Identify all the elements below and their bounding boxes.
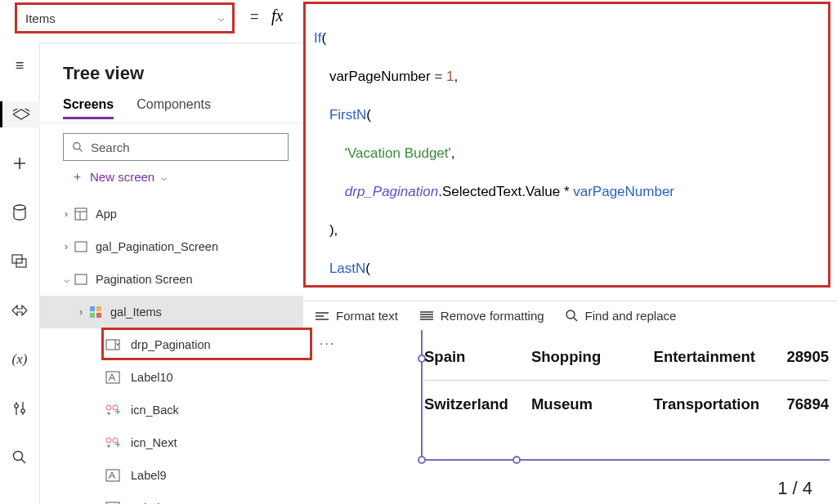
tree-item-label9[interactable]: Label9 [40, 459, 303, 492]
formula-token: = [434, 69, 442, 84]
formula-token: , [334, 222, 338, 238]
formula-token: varPageNumber [314, 69, 434, 84]
tree-search-input[interactable]: Search [63, 133, 289, 161]
formula-toolbar: Format text Remove formatting Find and r… [303, 301, 837, 330]
tree-tabs: Screens Components [40, 97, 303, 123]
cell-country: Switzerland [424, 395, 531, 413]
tree-item-drp-pagination[interactable]: drp_Pagination [40, 328, 303, 361]
tree-list: › App › gal_Pagination_Screen ⌵ Paginati… [40, 198, 303, 504]
screen-icon [73, 274, 89, 285]
resize-handle[interactable] [418, 456, 426, 464]
gallery-row[interactable]: Switzerland Museum Transportation 76894 [424, 381, 829, 428]
caret-right-icon[interactable]: › [60, 241, 73, 252]
cell-country: Spain [424, 348, 531, 366]
format-text-label: Format text [336, 309, 398, 323]
formula-token: ( [365, 261, 370, 276]
svg-rect-13 [96, 313, 101, 318]
svg-rect-20 [106, 470, 119, 481]
tab-screens[interactable]: Screens [63, 97, 114, 119]
svg-rect-10 [90, 306, 95, 311]
tree-item-gal-pagination-screen[interactable]: › gal_Pagination_Screen [40, 230, 303, 263]
fx-button[interactable]: fx [271, 7, 283, 25]
gallery-icon [87, 306, 104, 319]
svg-rect-7 [75, 208, 87, 220]
chevron-down-icon: ⌵ [161, 172, 167, 183]
tree-item-label: Pagination Screen [96, 273, 193, 286]
insert-icon[interactable] [0, 150, 40, 176]
tree-item-label: Label9 [131, 469, 167, 482]
tree-view-title: Tree view [40, 63, 303, 97]
caret-right-icon[interactable]: › [74, 306, 87, 318]
app-icon [73, 207, 89, 221]
search-icon [566, 310, 579, 323]
cell-category: Transportation [654, 395, 784, 413]
format-icon [315, 310, 329, 322]
tree-item-label10[interactable]: Label10 [40, 361, 303, 394]
gallery-row[interactable]: Spain Shopping Entertainment 28905 [424, 333, 829, 381]
formula-token: LastN [314, 261, 365, 276]
tree-item-label: Label10 [131, 371, 173, 384]
gallery-rows: Spain Shopping Entertainment 28905 Switz… [424, 333, 829, 428]
svg-point-4 [21, 409, 25, 413]
label-icon [101, 371, 124, 384]
remove-format-icon [419, 310, 434, 322]
tree-item-gal-items[interactable]: › gal_Items [40, 296, 303, 328]
find-replace-button[interactable]: Find and replace [566, 309, 677, 323]
property-dropdown[interactable]: Items ⌵ [15, 2, 235, 33]
left-rail: ≡ (x) [0, 42, 40, 504]
formula-token: , [454, 69, 459, 84]
formula-token: ( [366, 107, 371, 123]
icon-control-icon [101, 404, 124, 417]
svg-rect-11 [96, 306, 101, 311]
formula-bar[interactable]: If( varPageNumber = 1, FirstN( 'Vacation… [303, 2, 830, 288]
tab-components[interactable]: Components [137, 97, 211, 119]
svg-point-19 [113, 438, 118, 443]
formula-token: 1 [442, 69, 454, 84]
more-options-button[interactable]: ... [320, 333, 335, 348]
tree-item-label: gal_Items [110, 306, 162, 319]
tree-item-label8-5[interactable]: Label8_5 [40, 492, 303, 504]
formula-token: drp_Pagination [345, 184, 438, 199]
advanced-tools-icon[interactable] [0, 395, 40, 421]
svg-point-3 [15, 404, 18, 408]
remove-formatting-button[interactable]: Remove formatting [419, 309, 544, 323]
chevron-down-icon: ⌵ [218, 12, 224, 24]
variables-icon[interactable]: (x) [0, 346, 40, 372]
formula-token: ) [314, 222, 334, 238]
svg-point-16 [106, 405, 111, 410]
formula-token: 'Vacation Budget' [345, 145, 451, 161]
data-icon[interactable] [0, 199, 40, 225]
icon-control-icon [101, 436, 124, 449]
flows-icon[interactable] [0, 297, 40, 323]
formula-token: * [564, 184, 570, 199]
tree-item-app[interactable]: › App [40, 198, 303, 230]
tree-item-icn-back[interactable]: icn_Back [40, 394, 303, 426]
search-icon [72, 141, 84, 154]
new-screen-button[interactable]: ＋ New screen ⌵ [40, 161, 303, 193]
plus-icon: ＋ [71, 169, 83, 185]
formula-token [314, 145, 345, 161]
formula-token [314, 184, 345, 199]
pager-label: 1 / 4 [777, 478, 812, 499]
caret-right-icon[interactable]: › [60, 208, 73, 220]
svg-point-22 [566, 310, 575, 319]
screen-icon [73, 241, 89, 252]
resize-handle[interactable] [512, 456, 521, 464]
remove-formatting-label: Remove formatting [441, 309, 544, 323]
tree-item-label: drp_Pagination [131, 338, 211, 351]
tree-view-icon[interactable] [0, 101, 40, 127]
cell-activity: Museum [531, 395, 654, 413]
label-icon [101, 469, 124, 482]
hamburger-icon[interactable]: ≡ [0, 52, 40, 78]
tree-item-icn-next[interactable]: icn_Next [40, 426, 303, 459]
svg-rect-9 [75, 274, 87, 284]
svg-rect-8 [75, 242, 87, 252]
tree-item-pagination-screen[interactable]: ⌵ Pagination Screen [40, 263, 303, 296]
caret-down-icon[interactable]: ⌵ [60, 274, 73, 285]
tree-item-label: gal_Pagination_Screen [96, 240, 218, 253]
media-icon[interactable] [0, 248, 40, 274]
formula-token: ( [321, 30, 326, 46]
format-text-button[interactable]: Format text [315, 309, 398, 323]
canvas-preview[interactable]: Spain Shopping Entertainment 28905 Switz… [405, 330, 837, 504]
search-icon[interactable] [0, 444, 40, 471]
